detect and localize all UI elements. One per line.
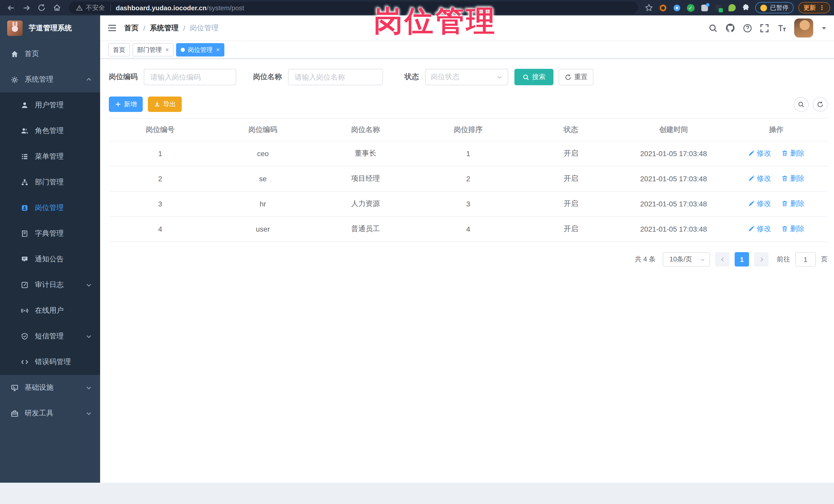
tab-home[interactable]: 首页 (108, 43, 130, 57)
bookmark-star-icon[interactable] (644, 3, 654, 12)
tab-departments[interactable]: 部门管理 × (132, 43, 174, 57)
github-icon[interactable] (725, 23, 735, 33)
delete-link[interactable]: 删除 (782, 224, 805, 234)
extension-orange-icon[interactable] (658, 3, 667, 12)
add-button[interactable]: 新增 (109, 96, 143, 112)
close-icon[interactable]: × (216, 47, 220, 53)
delete-link[interactable]: 删除 (782, 174, 805, 183)
sidebar-item-departments[interactable]: 部门管理 (0, 170, 100, 195)
screenshot-root: 不安全 dashboard.yudao.iocoder.cn /system/p… (0, 0, 834, 504)
font-size-icon[interactable] (777, 23, 787, 33)
search-button[interactable]: 搜索 (514, 69, 553, 85)
breadcrumb-home[interactable]: 首页 (124, 23, 139, 32)
online-signal-icon (21, 307, 29, 315)
sidebar-item-dev-tools[interactable]: 研发工具 (0, 400, 100, 426)
list-icon (21, 153, 29, 161)
sidebar-item-system[interactable]: 系统管理 (0, 67, 100, 92)
sidebar-item-announcements[interactable]: 通知公告 (0, 246, 100, 272)
browser-home-icon[interactable] (50, 1, 64, 14)
sidebar-item-online-users[interactable]: 在线用户 (0, 298, 100, 324)
sidebar-item-sms[interactable]: 短信管理 (0, 324, 100, 349)
hamburger-icon[interactable] (100, 23, 124, 33)
sidebar-item-users[interactable]: 用户管理 (0, 92, 100, 118)
pencil-icon (748, 200, 755, 207)
address-bar[interactable]: 不安全 dashboard.yudao.iocoder.cn /system/p… (69, 2, 638, 14)
site-security-warning[interactable]: 不安全 (76, 3, 105, 12)
chevron-left-icon (720, 257, 725, 262)
total-count: 共 4 条 (635, 255, 656, 264)
delete-link[interactable]: 删除 (782, 199, 805, 209)
sidebar-item-home[interactable]: 首页 (0, 41, 100, 67)
post-name-label: 岗位名称 (253, 72, 282, 82)
post-name-input[interactable] (288, 69, 383, 85)
page-unit-label: 页 (821, 255, 828, 264)
toggle-search-icon[interactable] (794, 97, 809, 112)
fullscreen-icon[interactable] (760, 23, 769, 32)
cell-status: 开启 (520, 191, 622, 216)
chevron-down-icon (86, 410, 92, 416)
post-code-input[interactable] (144, 69, 236, 85)
browser-update-button[interactable]: 更新 ⋮ (798, 2, 830, 13)
prev-page-button[interactable] (715, 252, 729, 266)
filter-form: 岗位编码 岗位名称 状态 岗位状态 搜索 (109, 69, 828, 85)
extension-green-bird-icon[interactable] (727, 3, 737, 12)
plus-icon (115, 101, 121, 107)
cell-id: 2 (109, 166, 212, 191)
sidebar-item-posts[interactable]: 岗位管理 (0, 195, 100, 221)
update-label: 更新 (804, 3, 816, 12)
breadcrumb-system[interactable]: 系统管理 (150, 23, 179, 32)
table-row: 2 se 项目经理 2 开启 2021-01-05 17:03:48 修改 删除 (109, 166, 828, 191)
next-page-button[interactable] (754, 252, 769, 266)
edit-link[interactable]: 修改 (748, 174, 771, 183)
close-icon[interactable]: × (165, 47, 169, 53)
edit-link[interactable]: 修改 (748, 149, 771, 158)
code-icon (21, 358, 29, 366)
cell-actions: 修改 删除 (725, 141, 828, 166)
extension-paused-badge[interactable]: 已暂停 (755, 2, 794, 13)
extension-green-check-icon[interactable]: ✓ (686, 3, 695, 12)
sidebar-item-roles[interactable]: 角色管理 (0, 118, 100, 144)
browser-back-icon[interactable] (4, 1, 18, 14)
page-jump-input[interactable] (795, 252, 816, 266)
export-button[interactable]: 导出 (148, 96, 182, 112)
emoji-face-icon (760, 4, 767, 11)
browser-forward-icon[interactable] (20, 1, 33, 14)
caret-down-icon[interactable] (821, 25, 827, 31)
extension-dark-badge-icon[interactable] (714, 3, 723, 12)
edit-link[interactable]: 修改 (748, 199, 771, 209)
tab-posts[interactable]: 岗位管理 × (176, 43, 224, 57)
page-size-select[interactable]: 10条/页 (663, 252, 710, 266)
help-icon[interactable] (743, 23, 752, 32)
sidebar-item-infrastructure[interactable]: 基础设施 (0, 375, 100, 400)
sidebar-item-dictionary[interactable]: 字典管理 (0, 221, 100, 246)
goto-label: 前往 (777, 255, 790, 264)
search-icon[interactable] (708, 23, 718, 32)
book-icon (21, 229, 29, 238)
extension-blue-pin-icon[interactable] (672, 3, 681, 12)
browser-reload-icon[interactable] (35, 1, 48, 14)
sidebar-item-audit-log[interactable]: 审计日志 (0, 272, 100, 298)
cell-sort: 2 (417, 166, 520, 191)
sidebar-item-menus[interactable]: 菜单管理 (0, 144, 100, 170)
trash-icon (782, 150, 788, 157)
announcement-bubble-icon (21, 255, 29, 263)
cell-status: 开启 (520, 166, 622, 191)
sidebar-item-error-codes[interactable]: 错误码管理 (0, 349, 100, 375)
page-number-current[interactable]: 1 (735, 252, 749, 266)
status-select[interactable]: 岗位状态 (425, 69, 508, 85)
delete-link[interactable]: 删除 (782, 149, 805, 158)
trash-icon (782, 226, 788, 232)
user-avatar[interactable] (794, 19, 813, 38)
edit-link[interactable]: 修改 (748, 224, 771, 234)
col-post-name: 岗位名称 (314, 118, 417, 141)
extension-settings-icon[interactable] (700, 3, 709, 12)
paused-label: 已暂停 (770, 3, 789, 12)
cell-code: se (212, 166, 314, 191)
kebab-menu-icon[interactable]: ⋮ (819, 5, 825, 11)
org-tree-icon (21, 178, 29, 187)
reset-button[interactable]: 重置 (558, 69, 593, 85)
main-panel: 首页 / 系统管理 / 岗位管理 (100, 16, 834, 483)
extensions-puzzle-icon[interactable] (741, 3, 751, 12)
app-logo-row[interactable]: 芋道管理系统 (0, 16, 100, 41)
refresh-table-icon[interactable] (813, 97, 828, 112)
